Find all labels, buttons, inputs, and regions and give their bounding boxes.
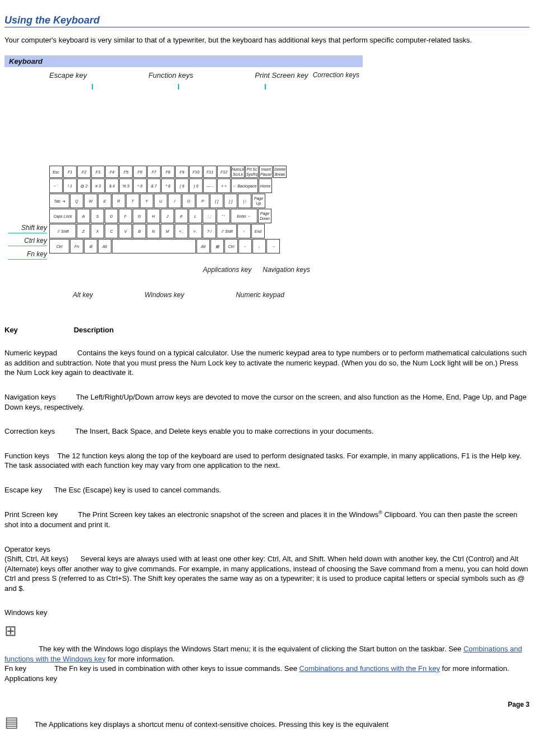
label-apps: Applications key	[203, 265, 252, 274]
key-cap: Z	[77, 224, 90, 238]
entry-escape: Escape key The Esc (Escape) key is used …	[4, 485, 530, 495]
entry-key: Numeric keypad	[4, 349, 57, 357]
key-cap: F11	[203, 166, 217, 178]
entry-key: Navigation keys	[4, 393, 56, 401]
key-cap: H	[147, 209, 160, 223]
label-numeric: Numeric keypad	[236, 290, 284, 299]
key-cap: Fn	[70, 239, 83, 253]
key-cap: " '	[217, 209, 230, 223]
key-cap: F12	[217, 166, 231, 178]
entry-desc: The key with the Windows logo displays t…	[39, 645, 463, 653]
key-cap: D	[105, 209, 118, 223]
key-cap: V	[119, 224, 132, 238]
key-cap: F1	[63, 166, 77, 178]
page-title: Using the Keyboard	[4, 13, 530, 27]
entry-key-apps: Applications key	[4, 674, 57, 683]
entry-desc: The Print Screen key takes an electronic…	[78, 511, 378, 519]
key-cap: ←	[238, 239, 252, 253]
key-cap: L	[189, 209, 202, 223]
entry-desc: The Insert, Back Space, and Delete keys …	[75, 427, 373, 435]
key-cap: ⇧ Shift	[49, 224, 76, 238]
key-cap: F6	[133, 166, 147, 178]
key-cap: F5	[119, 166, 133, 178]
key-cap: E	[98, 194, 111, 208]
entry-key: Print Screen key	[4, 511, 58, 519]
key-cap: N	[147, 224, 160, 238]
entry-key: Function keys	[4, 452, 49, 460]
key-cap: F	[119, 209, 132, 223]
label-print: Print Screen key	[255, 71, 308, 81]
key-cap: * 8	[161, 179, 175, 193]
entry-desc-b: for more information.	[106, 655, 175, 663]
key-cap: ~ `	[49, 179, 63, 193]
key-cap: C	[105, 224, 118, 238]
entry-key-fn: Fn key	[4, 664, 26, 673]
entry-nav: Navigation keys The Left/Right/Up/Down a…	[4, 392, 530, 412]
label-ctrl: Ctrl key	[8, 236, 47, 246]
figure-caption: Keyboard	[4, 55, 363, 68]
intro-text: Your computer's keyboard is very similar…	[4, 35, 530, 45]
entry-desc: Contains the keys found on a typical cal…	[4, 349, 527, 377]
key-cap: F8	[161, 166, 175, 178]
key-cap: & 7	[147, 179, 161, 193]
key-cap: ← Backspace	[231, 179, 258, 193]
key-cap: F3	[91, 166, 105, 178]
key-cap: + =	[217, 179, 231, 193]
key-cap: ) 0	[189, 179, 203, 193]
entry-print: Print Screen key The Print Screen key ta…	[4, 509, 530, 529]
key-cap: P	[196, 194, 209, 208]
key-cap: F10	[189, 166, 203, 178]
key-cap: ( 9	[175, 179, 189, 193]
key-cap: W	[84, 194, 97, 208]
entry-desc: The 12 function keys along the top of th…	[4, 452, 521, 470]
key-cap: F4	[105, 166, 119, 178]
entry-key: Windows key	[4, 608, 48, 617]
key-cap: Y	[140, 194, 153, 208]
entry-sub: (Shift, Ctrl, Alt keys)	[4, 555, 68, 563]
entry-key: Escape key	[4, 486, 42, 494]
key-cap: ↑	[237, 224, 251, 238]
label-nav: Navigation keys	[263, 265, 310, 274]
key-cap: { [	[210, 194, 223, 208]
key-cap: ▤	[210, 239, 224, 253]
key-cap: G	[133, 209, 146, 223]
key-cap: F2	[77, 166, 91, 178]
key-cap: O	[182, 194, 195, 208]
key-cap: Ctrl	[49, 239, 69, 253]
key-cap: ? /	[203, 224, 216, 238]
key-cap: NumLk ScrLk	[231, 166, 245, 178]
entry-function: Function keys The 12 function keys along…	[4, 451, 530, 471]
entry-key: Correction keys	[4, 427, 55, 435]
key-cap: A	[77, 209, 90, 223]
key-cap: Delete Break	[273, 166, 287, 178]
label-fn: Fn key	[8, 250, 47, 260]
key-cap: @ 2	[77, 179, 91, 193]
entry-desc-fn: The Fn key is used in combination with o…	[54, 664, 299, 673]
link-fn-combos[interactable]: Combinations and functions with the Fn k…	[299, 664, 440, 673]
label-shift: Shift key	[8, 223, 47, 233]
key-cap: T	[126, 194, 139, 208]
key-cap: ↓	[252, 239, 266, 253]
key-cap: — -	[203, 179, 217, 193]
key-cap: ^ 6	[133, 179, 147, 193]
key-cap: < ,	[175, 224, 188, 238]
entry-correction: Correction keys The Insert, Back Space, …	[4, 426, 530, 436]
entry-desc-fn-b: for more information.	[440, 664, 509, 673]
entry-desc-apps: The Applications key displays a shortcut…	[35, 720, 388, 729]
key-cap: End	[251, 224, 265, 238]
key-cap: # 3	[91, 179, 105, 193]
apps-key-icon: ▤	[4, 712, 18, 732]
key-cap: Ctrl	[224, 239, 238, 253]
key-cap: | \	[238, 194, 251, 208]
key-cap: Enter ←	[231, 209, 257, 223]
key-cap: Page Up	[252, 194, 265, 208]
key-cap: F9	[175, 166, 189, 178]
key-cap: X	[91, 224, 104, 238]
key-cap: S	[91, 209, 104, 223]
key-cap: M	[161, 224, 174, 238]
key-cap: Q	[70, 194, 83, 208]
entry-key: Operator keys	[4, 545, 50, 553]
key-cap: Home	[259, 179, 272, 193]
key-cap: ! 1	[63, 179, 77, 193]
entry-operator: Operator keys (Shift, Ctrl, Alt keys) Se…	[4, 544, 530, 594]
